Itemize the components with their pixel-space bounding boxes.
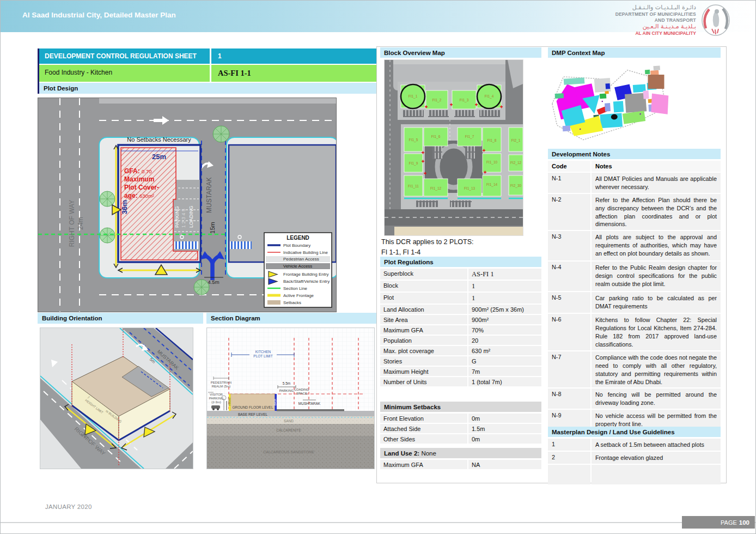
land-use-2-header: Land Use 2: None xyxy=(380,448,541,458)
minimum-setbacks-header: Minimum Setbacks xyxy=(380,402,541,412)
bay-numbers: 1 2 3 4 5 xyxy=(181,209,186,228)
document-title: Al Saad Industrial City, Detailed Master… xyxy=(22,11,176,19)
svg-text:FI1_2: FI1_2 xyxy=(432,98,442,102)
issue-date: JANUARY 2020 xyxy=(45,503,92,510)
municipality-name-arabic: بـلديـة مـديـنـة الـعـين xyxy=(615,23,696,31)
svg-text:FI1_4: FI1_4 xyxy=(485,94,494,99)
agency-names: دائـرة البـلـديـات والـنـقـل DEPARTMENT … xyxy=(615,4,696,36)
note-row: N-6Kitchens to follow Chapter 22: Specia… xyxy=(548,314,721,350)
applies-line1: This DCR applies to 2 PLOTS: xyxy=(381,237,474,247)
table-row: Other Sides0m xyxy=(380,434,541,444)
base-ref-label: BASE REF LEVEL xyxy=(238,412,268,416)
svg-text:FI1_1: FI1_1 xyxy=(409,94,418,99)
svg-text:FI1_9: FI1_9 xyxy=(409,161,418,166)
department-name-en-2: AND TRANSPORT xyxy=(615,17,696,23)
table-row: SuperblockAS-FI 1 xyxy=(380,269,541,280)
mushtarak-label: MUSHTARAK xyxy=(298,402,321,405)
svg-text:Maximum: Maximum xyxy=(124,175,154,183)
minimum-setbacks-table: Front Elevation0m Attached Side1.5m Othe… xyxy=(380,412,541,444)
masterplan-guidelines-table: 1A setback of 1.5m between attached plot… xyxy=(548,438,721,484)
svg-text:FI1_13: FI1_13 xyxy=(464,186,475,191)
table-row: Attached Side1.5m xyxy=(380,424,541,433)
svg-text:FI1_3: FI1_3 xyxy=(460,98,469,102)
section-parking-label: PARKING xyxy=(279,389,294,392)
bay-loading-label: LOADING xyxy=(188,205,194,228)
table-row: Site Area900m² xyxy=(380,315,541,324)
block-overview-map: FI1_1FI1_2 FI1_3FI1_4 FI1_5FI1_6 FI1_7FI… xyxy=(384,59,523,236)
note-row: N-4Refer to the Public Realm design chap… xyxy=(548,262,721,291)
notes-column-headers: Code Notes xyxy=(548,161,721,172)
table-row: Max. plot coverage630 m² xyxy=(380,346,541,355)
section-diagram-header: Section Diagram xyxy=(206,313,380,324)
legend-item: Vehicle Access xyxy=(283,264,312,269)
section-diagram: KITCHENPLOT LIMIT PEDESTRIANREALM (5m) V… xyxy=(206,327,375,469)
table-row: Maximum GFANA xyxy=(380,460,541,469)
kitchen-plot-limit-label: KITCHENPLOT LIMIT xyxy=(253,350,272,358)
svg-text:GFA: 0.70: GFA: 0.70 xyxy=(124,167,152,175)
table-row: Block1 xyxy=(380,281,541,292)
legend-item: Back/Staff/Vehicle Entry xyxy=(283,279,330,284)
right-of-way-width: 24m xyxy=(77,217,84,229)
note-row: N-8No fencing will be permitted around t… xyxy=(548,389,721,409)
plot-regulations-header: Plot Regulations xyxy=(380,257,541,267)
falcon-emblem-icon xyxy=(701,4,730,37)
note-row: N-1All DMAT Policies and Manuals are app… xyxy=(548,173,721,193)
page-number-badge: PAGE 100 xyxy=(682,516,755,529)
svg-text:FI1_14: FI1_14 xyxy=(486,183,498,187)
svg-text:FI2_12: FI2_12 xyxy=(510,161,522,165)
calcarenite-label: CALCARENITE xyxy=(276,428,301,432)
building-orientation-header: Building Orientation xyxy=(38,313,203,324)
table-row: Population20 xyxy=(380,336,541,345)
svg-text:FI1_8: FI1_8 xyxy=(487,138,497,143)
street-width-label: 15m xyxy=(209,222,216,233)
land-use-row: Food Industry - Kitchen AS-FI 1-1 xyxy=(39,65,381,82)
svg-text:FI1_12: FI1_12 xyxy=(430,186,442,191)
empty-row xyxy=(548,465,721,484)
table-row: Maximum GFA70% xyxy=(380,325,541,335)
svg-text:FI1_5: FI1_5 xyxy=(409,138,418,142)
sheet-label: DEVELOPMENT CONTROL REGULATION SHEET xyxy=(39,48,210,64)
driveway-width-label: 4.5m xyxy=(208,279,219,285)
guideline-row: 1A setback of 1.5m between attached plot… xyxy=(548,439,721,451)
svg-text:FI1_7: FI1_7 xyxy=(465,135,474,139)
land-use-label: Food Industry - Kitchen xyxy=(39,65,210,82)
table-row: Front Elevation0m xyxy=(380,414,541,423)
dim-25m: 25m xyxy=(152,153,166,161)
bay-parking-label: PARKING xyxy=(174,206,180,228)
sheet-number: 1 xyxy=(211,48,381,64)
svg-text:FI1_10: FI1_10 xyxy=(486,160,498,165)
department-name-arabic: دائـرة البـلـديـات والـنـقـل xyxy=(615,4,696,11)
sheet-title-block: DEVELOPMENT CONTROL REGULATION SHEET 1 F… xyxy=(38,48,381,94)
dim-36m: 36m xyxy=(120,200,129,214)
dmp-map-header: DMP Context Map xyxy=(548,47,721,58)
svg-text:age: 630m²: age: 630m² xyxy=(124,192,154,199)
legend-item: Section Line xyxy=(283,286,308,291)
plot-regulations-table: SuperblockAS-FI 1 Block1 Plot1 Land Allo… xyxy=(380,268,541,386)
block-map-header: Block Overview Map xyxy=(380,47,541,58)
note-row: N-5Car parking ratio to be calculated as… xyxy=(548,292,721,313)
svg-text:FI1_11: FI1_11 xyxy=(408,184,419,189)
table-row: Land Allocation900m² (25m x 36m) xyxy=(380,305,541,314)
agency-logo-block: دائـرة البـلـديـات والـنـقـل DEPARTMENT … xyxy=(615,4,730,37)
note-row: N-2Refer to the Affection Plan should th… xyxy=(548,194,721,230)
svg-text:Plot Cover-: Plot Cover- xyxy=(124,184,159,191)
land-use-2-table: Maximum GFANA xyxy=(380,459,541,469)
plot-design-header: Plot Design xyxy=(39,83,381,94)
ground-floor-label: GROUND FLOOR LEVEL xyxy=(232,405,273,409)
legend-item: Pedestrian Access xyxy=(283,257,319,262)
masterplan-guidelines-header: Masterplan Design / Land Use Guidelines xyxy=(548,427,721,437)
guideline-row: 2Frontage elevation glazed xyxy=(548,452,721,464)
dmp-context-map xyxy=(548,62,672,144)
sheet-header-row: DEVELOPMENT CONTROL REGULATION SHEET 1 xyxy=(39,48,381,64)
svg-text:FI1_6: FI1_6 xyxy=(431,135,441,139)
pedestrian-realm-label: PEDESTRIANREALM (5m) xyxy=(211,381,231,388)
parking-dim-label: 5.5m xyxy=(283,381,290,385)
building-orientation-diagram: RIGHT OF WAY 24m MUSTARAK 5m 7m BUILDING… xyxy=(40,327,193,469)
legend-item: Plot Boundary xyxy=(283,243,310,248)
municipality-name-en: AL AIN CITY MUNICIPALITY xyxy=(615,31,696,37)
front-label: FRONT xyxy=(228,397,231,405)
legend: LEGEND Plot Boundary Indicative Building… xyxy=(264,233,332,307)
table-row: Plot1 xyxy=(380,293,541,304)
legend-item: Frontage Building Entry xyxy=(283,272,329,277)
development-notes-header: Development Notes xyxy=(548,149,721,159)
